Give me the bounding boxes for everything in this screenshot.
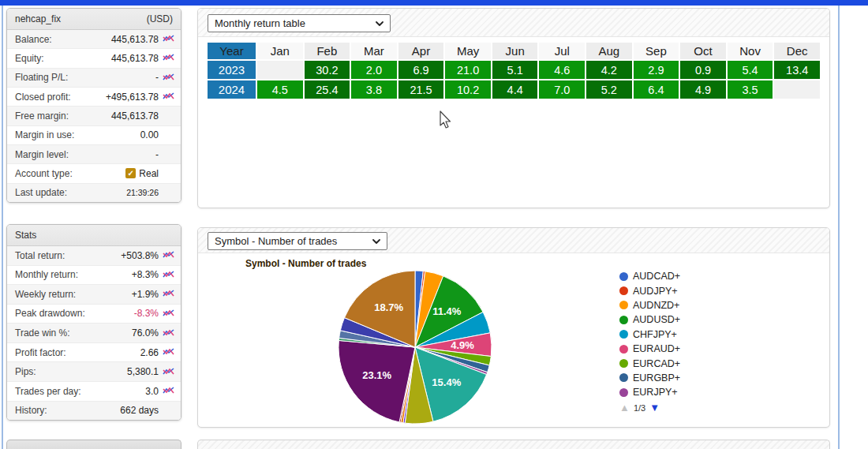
legend-color-dot — [619, 359, 628, 368]
mouse-cursor — [439, 110, 453, 129]
account-row-value: 445,613.78 — [111, 53, 159, 64]
month-column-header: Aug — [586, 43, 634, 61]
account-row-value: 0.00 — [140, 129, 159, 140]
legend-symbol-label: AUDCAD+ — [633, 271, 680, 282]
account-row: Account type:✓Real — [7, 163, 181, 182]
legend-symbol-label: EURAUD+ — [633, 343, 680, 354]
legend-color-dot — [619, 373, 628, 382]
chevron-down-icon — [376, 21, 383, 26]
month-column-header: Nov — [728, 43, 775, 61]
monthly-return-table: YearJanFebMarAprMayJunJulAugSepOctNovDec… — [208, 43, 821, 100]
stat-row-value: 662 days — [120, 405, 159, 416]
account-row-label: Margin level: — [15, 149, 155, 160]
next-main-panel-header — [197, 440, 830, 449]
real-account-checkbox[interactable]: ✓ — [125, 168, 136, 178]
monthly-return-cell: 4.4 — [492, 80, 540, 100]
stat-row-value: +503.8% — [121, 250, 159, 261]
legend-page-indicator: 1/3 — [634, 403, 645, 413]
account-row-label: Margin in use: — [15, 129, 140, 140]
legend-symbol-label: AUDUSD+ — [633, 314, 680, 325]
account-panel-header: nehcap_fix (USD) — [7, 9, 181, 30]
chart-line-icon[interactable] — [159, 290, 174, 298]
account-name: nehcap_fix — [15, 13, 61, 24]
chart-line-icon[interactable] — [159, 251, 174, 260]
year-cell: 2024 — [208, 80, 257, 100]
pie-slice-percentage-label: 15.4% — [432, 376, 461, 388]
legend-symbol-label: CHFJPY+ — [633, 329, 677, 340]
stat-row-label: Monthly return: — [15, 269, 132, 280]
chart-line-icon[interactable] — [159, 368, 174, 376]
pie-slice-percentage-label: 11.4% — [432, 305, 462, 317]
stat-row: Profit factor:2.66 — [7, 342, 181, 362]
legend-item: AUDCAD+ — [619, 269, 680, 283]
monthly-return-cell: 2.9 — [634, 61, 681, 80]
month-column-header: Jul — [539, 43, 586, 61]
pie-panel-toolbar: Symbol - Number of trades — [198, 228, 829, 253]
left-frame-line — [2, 6, 3, 449]
account-row: Free margin:445,613.78 — [7, 106, 181, 125]
chart-line-icon[interactable] — [159, 35, 174, 43]
account-row-label: Account type: — [15, 168, 125, 179]
legend-next-icon[interactable]: ▼ — [649, 402, 660, 413]
symbol-trades-panel: Symbol - Number of trades Symbol - Numbe… — [197, 227, 830, 428]
account-row: Closed profit:+495,613.78 — [7, 87, 181, 106]
chart-line-icon[interactable] — [159, 348, 174, 357]
monthly-return-cell: 7.0 — [539, 80, 586, 100]
account-row: Balance:445,613.78 — [7, 30, 181, 48]
stat-row-value: 76.0% — [132, 327, 159, 339]
legend-symbol-label: AUDNZD+ — [633, 300, 679, 311]
month-column-header: Sep — [634, 43, 681, 61]
next-sidebar-panel-header — [6, 440, 181, 449]
monthly-return-cell: 6.9 — [398, 61, 446, 80]
monthly-return-cell: 5.2 — [586, 80, 634, 100]
chart-line-icon[interactable] — [159, 309, 174, 318]
account-row-value: 445,613.78 — [111, 34, 159, 45]
month-column-header: Oct — [680, 43, 728, 61]
chart-line-icon[interactable] — [159, 73, 174, 82]
monthly-return-cell: 13.4 — [774, 61, 821, 80]
chart-line-icon[interactable] — [159, 92, 174, 101]
report-type-select[interactable]: Monthly return table — [208, 14, 391, 32]
account-row-label: Balance: — [15, 34, 111, 45]
stat-row-label: Trades per day: — [15, 386, 145, 397]
legend-color-dot — [619, 388, 628, 397]
stats-panel-header: Stats — [7, 225, 181, 246]
stat-row: Monthly return:+8.3% — [7, 265, 181, 285]
month-column-header: Dec — [774, 43, 821, 61]
legend-symbol-label: AUDJPY+ — [633, 286, 678, 297]
pie-legend: AUDCAD+AUDJPY+AUDNZD+AUDUSD+CHFJPY+EURAU… — [619, 269, 680, 400]
legend-symbol-label: EURJPY+ — [633, 387, 678, 398]
account-row: Equity:445,613.78 — [7, 48, 181, 67]
month-column-header: Feb — [305, 43, 352, 61]
stat-row: Trade win %:76.0% — [7, 323, 181, 342]
dashboard-page: nehcap_fix (USD) Balance:445,613.78Equit… — [0, 0, 868, 449]
chart-line-icon[interactable] — [159, 271, 174, 279]
legend-color-dot — [619, 272, 628, 281]
month-column-header: Apr — [398, 43, 446, 61]
chart-type-select[interactable]: Symbol - Number of trades — [208, 232, 387, 250]
stat-row-value: +8.3% — [132, 269, 159, 280]
account-type-value: Real — [139, 168, 159, 179]
chart-line-icon[interactable] — [159, 329, 174, 338]
chart-line-icon[interactable] — [159, 54, 174, 62]
monthly-return-row: 202330.22.06.921.05.14.64.22.90.95.413.4 — [208, 61, 821, 80]
account-row-label: Floating P/L: — [15, 72, 155, 83]
account-currency: (USD) — [147, 13, 173, 24]
chart-line-icon[interactable] — [159, 387, 174, 395]
legend-item: EURAUD+ — [619, 342, 680, 356]
monthly-return-cell: 21.5 — [398, 80, 446, 100]
legend-color-dot — [619, 301, 628, 309]
account-row: Last update:21:39:26 — [7, 183, 181, 202]
stat-row-label: Weekly return: — [15, 289, 132, 300]
stat-row: Trades per day:3.0 — [7, 381, 181, 401]
account-rows: Balance:445,613.78Equity:445,613.78Float… — [7, 30, 181, 202]
top-accent-bar — [0, 0, 868, 6]
month-column-header: May — [445, 43, 492, 61]
legend-prev-icon[interactable]: ▲ — [619, 402, 630, 413]
year-cell: 2023 — [208, 61, 257, 80]
monthly-return-row: 20244.525.43.821.510.24.47.05.26.44.93.5 — [208, 80, 821, 100]
monthly-panel-toolbar: Monthly return table — [198, 9, 829, 37]
chart-type-select-value: Symbol - Number of trades — [215, 235, 372, 247]
legend-item: AUDJPY+ — [619, 283, 680, 297]
monthly-return-cell: 0.9 — [680, 61, 728, 80]
